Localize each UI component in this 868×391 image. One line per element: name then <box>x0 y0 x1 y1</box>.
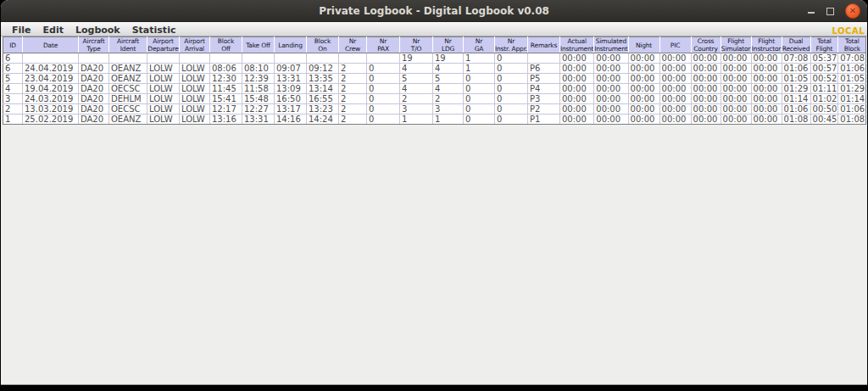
table-cell[interactable]: 1 <box>400 115 433 125</box>
table-cell[interactable]: 09:12 <box>307 64 339 74</box>
table-cell[interactable]: 07:08 <box>838 53 866 64</box>
table-cell[interactable]: 00:45 <box>810 115 838 125</box>
close-icon[interactable]: ✕ <box>845 3 860 19</box>
table-cell[interactable]: 00:00 <box>751 115 782 125</box>
table-cell[interactable]: 00:00 <box>594 104 628 115</box>
table-cell[interactable]: 24.04.2019 <box>23 64 79 74</box>
table-cell[interactable]: 00:00 <box>560 64 594 74</box>
table-cell[interactable]: 01:06 <box>782 104 810 115</box>
table-cell[interactable]: 0 <box>495 94 528 104</box>
table-cell[interactable]: 00:00 <box>594 64 628 74</box>
table-cell[interactable] <box>23 53 79 64</box>
table-cell[interactable] <box>109 53 147 64</box>
table-cell[interactable]: 5 <box>400 74 433 84</box>
table-cell[interactable]: 00:00 <box>560 94 594 104</box>
table-cell[interactable]: P4 <box>528 84 560 94</box>
table-cell[interactable] <box>210 53 242 64</box>
table-cell[interactable]: 00:00 <box>628 104 659 115</box>
table-cell[interactable]: 01:29 <box>782 84 810 94</box>
table-cell[interactable]: 1 <box>464 64 495 74</box>
column-header[interactable]: Airport Arrival <box>180 37 210 53</box>
table-cell[interactable]: 00:00 <box>751 64 782 74</box>
table-cell[interactable]: 01:08 <box>782 115 810 125</box>
table-cell[interactable]: 12:39 <box>242 74 275 84</box>
table-cell[interactable]: 13:35 <box>307 74 339 84</box>
table-cell[interactable]: 00:00 <box>628 94 659 104</box>
table-cell[interactable]: DA20 <box>79 94 109 104</box>
table-cell[interactable]: 01:14 <box>782 94 810 104</box>
column-header[interactable]: Nr T/O <box>400 37 433 53</box>
table-cell[interactable]: 0 <box>495 115 528 125</box>
table-cell[interactable]: 4 <box>433 64 464 74</box>
column-header[interactable]: ID <box>3 37 23 53</box>
table-cell[interactable]: 00:00 <box>659 84 691 94</box>
table-cell[interactable] <box>275 53 307 64</box>
table-cell[interactable]: 00:00 <box>594 115 628 125</box>
table-cell[interactable]: 0 <box>367 84 400 94</box>
table-cell[interactable]: 11:45 <box>210 84 242 94</box>
table-cell[interactable]: 2 <box>339 104 367 115</box>
table-cell[interactable]: 00:00 <box>751 74 782 84</box>
table-cell[interactable]: DA20 <box>79 84 109 94</box>
table-cell[interactable]: OECSC <box>109 104 147 115</box>
table-cell[interactable]: 13.03.2019 <box>23 104 79 115</box>
table-cell[interactable]: 00:00 <box>751 94 782 104</box>
column-header[interactable]: Cross Country <box>691 37 721 53</box>
table-cell[interactable]: 00:00 <box>721 74 751 84</box>
table-cell[interactable]: 0 <box>367 115 400 125</box>
column-header[interactable]: Landing <box>275 37 307 53</box>
column-header[interactable]: Aircraft Ident <box>109 37 147 53</box>
table-cell[interactable]: 00:00 <box>659 53 691 64</box>
table-cell[interactable]: 00:00 <box>691 64 721 74</box>
table-cell[interactable]: 13:23 <box>307 104 339 115</box>
table-cell[interactable]: 00:00 <box>594 94 628 104</box>
table-cell[interactable]: 00:00 <box>659 115 691 125</box>
table-cell[interactable] <box>367 53 400 64</box>
table-cell[interactable]: LOLW <box>147 84 180 94</box>
table-cell[interactable]: 13:14 <box>307 84 339 94</box>
table-cell[interactable]: 6 <box>3 53 23 64</box>
table-cell[interactable]: 0 <box>495 64 528 74</box>
column-header[interactable]: PIC <box>659 37 691 53</box>
column-header[interactable]: Simulated Instrument <box>594 37 628 53</box>
table-cell[interactable]: 2 <box>339 84 367 94</box>
table-cell[interactable] <box>180 53 210 64</box>
table-cell[interactable]: LOLW <box>180 84 210 94</box>
table-cell[interactable]: 09:07 <box>275 64 307 74</box>
table-cell[interactable]: 01:11 <box>810 84 838 94</box>
table-cell[interactable]: 0 <box>464 104 495 115</box>
column-header[interactable]: Nr LDG <box>433 37 464 53</box>
table-cell[interactable]: LOLW <box>180 115 210 125</box>
table-cell[interactable]: LOLW <box>147 64 180 74</box>
table-cell[interactable]: 15:41 <box>210 94 242 104</box>
menu-item-edit[interactable]: Edit <box>37 25 70 36</box>
table-cell[interactable]: LOLW <box>147 104 180 115</box>
table-cell[interactable]: 0 <box>367 74 400 84</box>
table-cell[interactable]: 01:06 <box>838 64 866 74</box>
table-cell[interactable]: 0 <box>367 104 400 115</box>
table-cell[interactable]: 2 <box>339 94 367 104</box>
table-cell[interactable]: 00:00 <box>560 84 594 94</box>
table-cell[interactable]: 5 <box>3 74 23 84</box>
table-cell[interactable]: 13:09 <box>275 84 307 94</box>
table-cell[interactable]: 00:00 <box>659 94 691 104</box>
table-cell[interactable] <box>79 53 109 64</box>
table-cell[interactable]: 13:16 <box>210 115 242 125</box>
table-cell[interactable]: 00:00 <box>594 84 628 94</box>
table-cell[interactable]: 01:02 <box>810 94 838 104</box>
table-cell[interactable]: LOLW <box>147 74 180 84</box>
table-cell[interactable]: DEHLM <box>109 94 147 104</box>
table-cell[interactable]: 00:00 <box>691 74 721 84</box>
table-cell[interactable]: 0 <box>495 104 528 115</box>
table-cell[interactable]: 00:00 <box>691 53 721 64</box>
table-cell[interactable]: 00:00 <box>659 104 691 115</box>
table-cell[interactable]: 4 <box>400 84 433 94</box>
table-cell[interactable]: 5 <box>433 74 464 84</box>
column-header[interactable]: Block On <box>307 37 339 53</box>
table-cell[interactable]: 0 <box>464 84 495 94</box>
table-cell[interactable]: 00:00 <box>628 115 659 125</box>
column-header[interactable]: Total Block <box>838 37 866 53</box>
table-cell[interactable]: 00:00 <box>560 53 594 64</box>
table-cell[interactable]: 1 <box>433 115 464 125</box>
table-cell[interactable]: 00:00 <box>628 84 659 94</box>
